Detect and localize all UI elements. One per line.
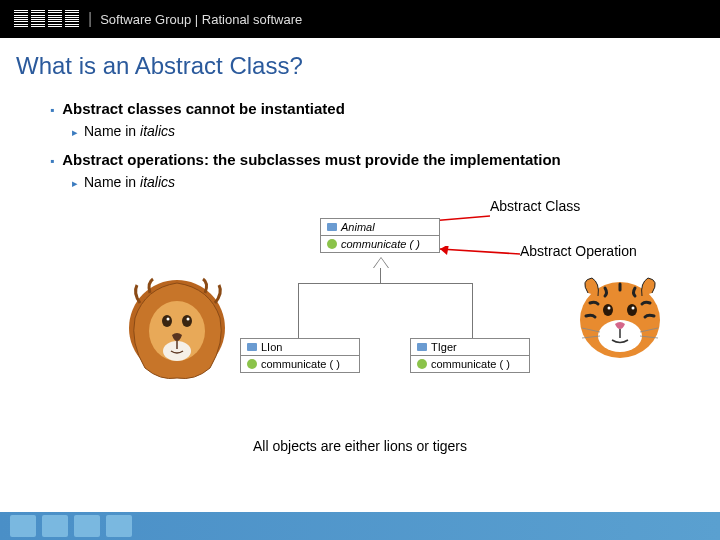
footer-icon xyxy=(74,515,100,537)
svg-point-13 xyxy=(603,304,613,316)
class-icon xyxy=(247,343,257,351)
uml-tiger-class: TIger communicate ( ) xyxy=(410,338,530,373)
tiger-image xyxy=(570,268,670,372)
bullet-2-sub-text: Name in italics xyxy=(84,174,175,190)
slide-title: What is an Abstract Class? xyxy=(0,38,720,88)
footer-icon xyxy=(42,515,68,537)
footer-icon xyxy=(10,515,36,537)
bullet-2: Abstract operations: the subclasses must… xyxy=(50,151,670,168)
operation-icon xyxy=(247,359,257,369)
slide-header: | Software Group | Rational software xyxy=(0,0,720,38)
header-text: Software Group | Rational software xyxy=(100,12,302,27)
bullet-1-text: Abstract classes cannot be instantiated xyxy=(62,100,345,117)
bullet-1-sub: Name in italics xyxy=(72,123,670,139)
label-abstract-class: Abstract Class xyxy=(490,198,580,214)
slide-footer xyxy=(0,512,720,540)
header-separator: | xyxy=(88,10,92,28)
svg-point-8 xyxy=(167,318,170,321)
svg-point-15 xyxy=(608,307,611,310)
operation-icon xyxy=(327,239,337,249)
class-icon xyxy=(417,343,427,351)
class-icon xyxy=(327,223,337,231)
svg-line-2 xyxy=(440,249,520,254)
ibm-logo xyxy=(14,10,80,28)
svg-point-14 xyxy=(627,304,637,316)
slide-content: Abstract classes cannot be instantiated … xyxy=(0,100,720,454)
uml-animal-class: Animal communicate ( ) xyxy=(320,218,440,253)
lion-image xyxy=(125,273,230,387)
footer-icon xyxy=(106,515,132,537)
svg-point-9 xyxy=(187,318,190,321)
uml-lion-class: LIon communicate ( ) xyxy=(240,338,360,373)
svg-point-16 xyxy=(632,307,635,310)
bullet-1: Abstract classes cannot be instantiated xyxy=(50,100,670,117)
svg-point-6 xyxy=(162,315,172,327)
svg-marker-3 xyxy=(440,246,449,255)
uml-diagram: Abstract Class Abstract Operation xyxy=(50,198,670,448)
label-abstract-operation: Abstract Operation xyxy=(520,243,637,259)
bullet-1-sub-text: Name in italics xyxy=(84,123,175,139)
arrow-to-operation xyxy=(435,246,520,261)
bullet-2-text: Abstract operations: the subclasses must… xyxy=(62,151,560,168)
operation-icon xyxy=(417,359,427,369)
svg-point-7 xyxy=(182,315,192,327)
bullet-2-sub: Name in italics xyxy=(72,174,670,190)
